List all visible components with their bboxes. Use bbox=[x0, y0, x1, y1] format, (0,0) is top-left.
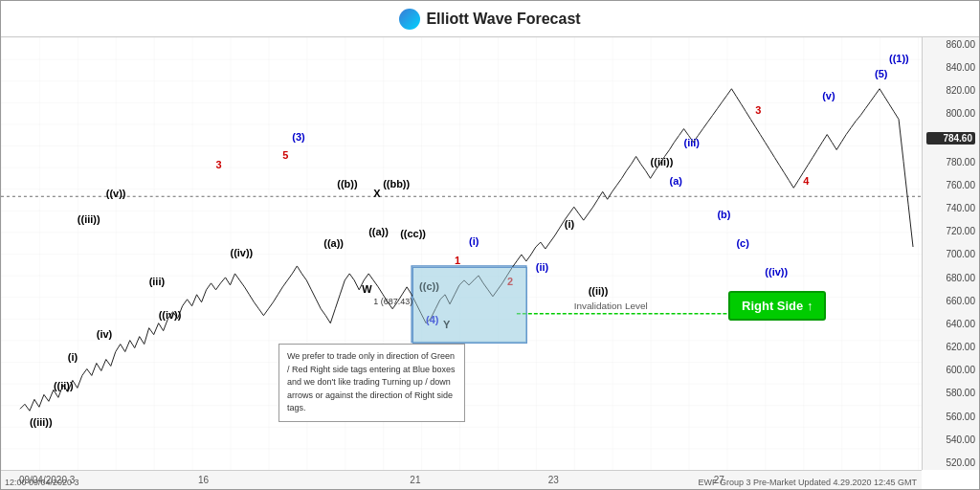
wave-label-a-2-black: ((a)) bbox=[368, 226, 389, 237]
wave-label-iv-blue: ((iv)) bbox=[765, 266, 788, 278]
wave-label-4-right: 4 bbox=[803, 175, 810, 187]
price-560: 560.00 bbox=[926, 412, 975, 422]
invalidation-label: Invalidation Level bbox=[574, 301, 648, 311]
time-label-3: 21 bbox=[410, 475, 420, 485]
right-side-button[interactable]: Right Side ↑ bbox=[728, 291, 826, 321]
wave-label-b-blue: (b) bbox=[717, 209, 730, 220]
info-box: We prefer to trade only in direction of … bbox=[278, 344, 465, 422]
price-640: 640.00 bbox=[926, 319, 975, 329]
wave-label-x: X bbox=[373, 188, 381, 199]
wave-label-iv-black: ((iv)) bbox=[159, 309, 182, 321]
price-760: 760.00 bbox=[926, 180, 975, 190]
price-620: 620.00 bbox=[926, 342, 975, 352]
logo-icon bbox=[399, 9, 420, 30]
time-label-4: 23 bbox=[548, 475, 559, 485]
logo-area: Elliott Wave Forecast bbox=[399, 9, 580, 30]
price-660: 660.00 bbox=[926, 296, 975, 306]
price-800: 800.00 bbox=[926, 108, 975, 119]
wave-label-iii-right: ((iii)) bbox=[651, 156, 674, 167]
wave-label-i-blue: (i) bbox=[469, 235, 479, 247]
wave-label-iii-2-black: (iii) bbox=[149, 276, 166, 287]
header-title: Elliott Wave Forecast bbox=[426, 11, 580, 28]
price-720: 720.00 bbox=[926, 226, 975, 236]
wave-label-cc-black: ((cc)) bbox=[400, 228, 426, 239]
info-box-text: We prefer to trade only in direction of … bbox=[287, 351, 456, 412]
price-680: 680.00 bbox=[926, 273, 975, 283]
footer-left: 12:00 09/04/2020 3 bbox=[5, 478, 79, 487]
wave-label-iv-2-black: ((iv)) bbox=[231, 247, 254, 258]
wave-label-ii-black: ((ii)) bbox=[54, 380, 74, 391]
price-700: 700.00 bbox=[926, 249, 975, 259]
wave-label-iv-3-black: (iv) bbox=[97, 328, 113, 340]
price-780: 780.00 bbox=[926, 157, 975, 167]
price-860: 860.00 bbox=[926, 39, 975, 50]
price-820: 820.00 bbox=[926, 85, 975, 96]
wave-label-3-right: 3 bbox=[755, 104, 761, 116]
wave-label-c-blue: (c) bbox=[736, 237, 749, 249]
price-current: 784.60 bbox=[926, 132, 975, 145]
price-level-1: 1 (687.43) bbox=[373, 297, 412, 306]
wave-label-5-blue: (5) bbox=[875, 68, 888, 79]
wave-label-ii-blue: (ii) bbox=[536, 261, 549, 273]
header: Elliott Wave Forecast bbox=[1, 1, 979, 37]
wave-label-ii-right: ((ii)) bbox=[589, 285, 609, 297]
wave-label-a-black: ((a)) bbox=[323, 237, 344, 249]
footer-right: EWF Group 3 Pre-Market Updated 4.29.2020… bbox=[698, 478, 917, 487]
wave-label-1-red: 1 bbox=[455, 255, 460, 266]
chart-container: Elliott Wave Forecast * TSLA, 45 (Dynami… bbox=[0, 0, 980, 490]
wave-label-bb-black: ((bb)) bbox=[383, 178, 410, 189]
wave-label-v-black: ((v)) bbox=[106, 188, 126, 199]
wave-label-1-paren2-blue: ((1)) bbox=[889, 53, 909, 64]
wave-label-iii-3-black: ((iii)) bbox=[30, 416, 53, 428]
time-label-2: 16 bbox=[198, 475, 209, 485]
price-740: 740.00 bbox=[926, 203, 975, 213]
right-side-label: Right Side ↑ bbox=[742, 299, 813, 313]
price-540: 540.00 bbox=[926, 434, 975, 445]
wave-label-5-red: 5 bbox=[282, 149, 288, 161]
price-520: 520.00 bbox=[926, 457, 975, 468]
price-600: 600.00 bbox=[926, 365, 975, 375]
wave-label-b-2-black: ((b)) bbox=[337, 178, 358, 189]
wave-label-a-blue: (a) bbox=[670, 175, 683, 187]
wave-label-w: W bbox=[362, 283, 372, 295]
wave-label-3-paren-blue: (3) bbox=[292, 131, 305, 143]
wave-label-i-black: (i) bbox=[68, 352, 78, 364]
wave-label-i-right: (i) bbox=[565, 218, 575, 230]
wave-label-v-blue: (v) bbox=[822, 90, 835, 101]
price-580: 580.00 bbox=[926, 388, 975, 398]
price-axis: 860.00 840.00 820.00 800.00 784.60 780.0… bbox=[922, 37, 979, 470]
chart-area: 3 5 1 2 4 3 (3) (i) (ii) (iii) (b) (a) (… bbox=[1, 37, 922, 470]
wave-label-3-red: 3 bbox=[216, 159, 222, 170]
blue-box-overlay bbox=[412, 267, 527, 344]
price-840: 840.00 bbox=[926, 62, 975, 73]
wave-label-iii-black: ((iii)) bbox=[78, 213, 100, 225]
wave-label-iii-blue: (iii) bbox=[684, 138, 701, 149]
